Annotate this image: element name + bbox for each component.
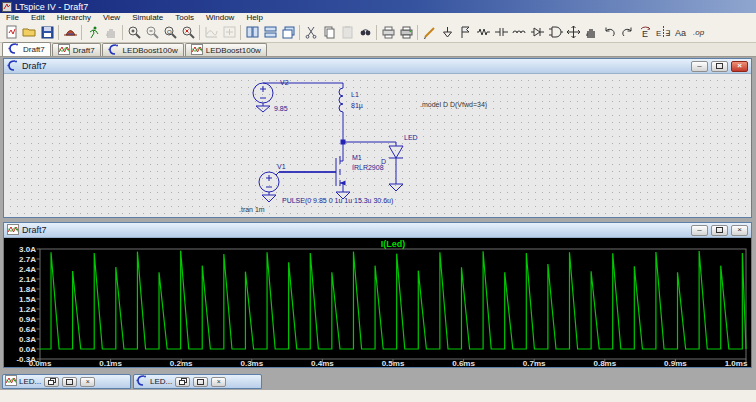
menu-window[interactable]: Window	[200, 13, 240, 22]
x-axis-tick: 0.8ms	[592, 359, 618, 367]
maximize-button[interactable]	[62, 377, 77, 387]
drag-icon[interactable]	[582, 24, 600, 41]
tran-directive-text[interactable]: .tran 1m	[239, 206, 265, 213]
maximize-button[interactable]	[193, 377, 208, 387]
restore-button[interactable]	[44, 377, 59, 387]
tab-ledboost100w-schematic[interactable]: LEDBoost100w	[102, 43, 184, 56]
undo-icon[interactable]	[600, 24, 618, 41]
menu-tools[interactable]: Tools	[169, 13, 200, 22]
v1-value-label[interactable]: PULSE(0 9.85 0 1u 1u 15.3u 30.6u)	[282, 197, 393, 205]
zoom-in-icon[interactable]	[125, 24, 143, 41]
waveform-window-titlebar[interactable]: Draft7 – ×	[4, 223, 751, 238]
m1-name-label[interactable]: M1	[352, 154, 362, 161]
m1-model-label[interactable]: IRLR2908	[352, 164, 384, 171]
menu-file[interactable]: File	[0, 13, 25, 22]
plot-pane[interactable]: I(Led) 3.0A2.7A2.4A2.1A1.8A1.5A1.2A0.9A0…	[4, 238, 751, 367]
v2-value-label[interactable]: 9.85	[274, 105, 288, 112]
l1-name-label[interactable]: L1	[351, 91, 359, 98]
open-icon[interactable]	[20, 24, 38, 41]
minimize-button[interactable]: –	[691, 225, 708, 236]
led-current-trace[interactable]	[40, 251, 746, 349]
print-setup-icon[interactable]	[379, 24, 397, 41]
maximize-button[interactable]	[711, 225, 728, 236]
move-icon[interactable]	[564, 24, 582, 41]
minimized-window-1[interactable]: LED...×	[133, 374, 262, 389]
tile-horizontal-icon[interactable]	[261, 24, 279, 41]
zoom-extents-icon[interactable]	[179, 24, 197, 41]
schematic-window: Draft7 – ×	[3, 58, 752, 218]
y-axis-tick: 1.2A	[5, 305, 36, 314]
window-title: LTspice IV - Draft7	[15, 2, 88, 12]
titlebar: LTspice IV - Draft7	[0, 0, 756, 13]
restore-button[interactable]	[175, 377, 190, 387]
y-axis-tick: 1.5A	[5, 295, 36, 304]
wire-icon[interactable]	[420, 24, 438, 41]
waveform-icon	[191, 44, 203, 57]
model-directive-text[interactable]: .model D D(Vfwd=34)	[420, 101, 487, 109]
autorange-icon[interactable]	[202, 24, 220, 41]
ground-icon[interactable]	[438, 24, 456, 41]
menu-edit[interactable]: Edit	[25, 13, 51, 22]
run-icon[interactable]	[84, 24, 102, 41]
led-model-label[interactable]: LED	[404, 134, 418, 141]
close-button[interactable]: ×	[731, 225, 748, 236]
rotate-icon[interactable]: E	[636, 24, 654, 41]
tab-label: Draft7	[73, 46, 95, 55]
v1-name-label[interactable]: V1	[277, 163, 286, 170]
new-schematic-icon[interactable]	[2, 24, 20, 41]
minimize-button[interactable]: –	[691, 61, 708, 72]
y-axis-tick: 0.6A	[5, 325, 36, 334]
pan-icon[interactable]	[220, 24, 238, 41]
menu-view[interactable]: View	[97, 13, 126, 22]
print-icon[interactable]	[397, 24, 415, 41]
led-diode-symbol[interactable]	[389, 146, 403, 184]
zoom-back-icon[interactable]	[143, 24, 161, 41]
tab-draft7-waveform[interactable]: Draft7	[52, 43, 101, 56]
resistor-icon[interactable]	[474, 24, 492, 41]
menu-help[interactable]: Help	[240, 13, 268, 22]
x-axis-tick: 0.5ms	[380, 359, 406, 367]
minimized-window-0[interactable]: LED...×	[2, 374, 131, 389]
l1-inductor-symbol[interactable]	[339, 88, 343, 112]
schematic-canvas[interactable]: V2 9.85 L1 81µ M1 IRLR2908 LED D V1 PULS…	[4, 74, 751, 217]
tab-draft7-schematic[interactable]: Draft7	[2, 42, 51, 56]
inductor-icon[interactable]	[510, 24, 528, 41]
save-icon[interactable]	[38, 24, 56, 41]
cut-icon[interactable]	[302, 24, 320, 41]
v2-name-label[interactable]: V2	[280, 79, 289, 86]
svg-text:E: E	[656, 29, 661, 38]
toolbar-separator	[376, 25, 377, 40]
l1-value-label[interactable]: 81µ	[351, 102, 363, 110]
menu-hierarchy[interactable]: Hierarchy	[51, 13, 97, 22]
find-icon[interactable]	[356, 24, 374, 41]
tile-vertical-icon[interactable]	[243, 24, 261, 41]
copy-icon[interactable]	[320, 24, 338, 41]
redo-icon[interactable]	[618, 24, 636, 41]
y-axis-tick: 1.8A	[5, 285, 36, 294]
maximize-button[interactable]	[711, 61, 728, 72]
tab-ledboost100w-waveform[interactable]: LEDBoost100w	[185, 43, 267, 56]
text-icon[interactable]: Aa	[672, 24, 690, 41]
close-button[interactable]: ×	[80, 377, 95, 387]
close-button[interactable]: ×	[731, 61, 748, 72]
paste-icon[interactable]	[338, 24, 356, 41]
close-button[interactable]: ×	[211, 377, 226, 387]
menu-simulate[interactable]: Simulate	[126, 13, 169, 22]
toolbar-separator	[58, 25, 59, 40]
zoom-fit-icon[interactable]: Q	[161, 24, 179, 41]
halt-icon[interactable]	[102, 24, 120, 41]
led-name-label[interactable]: D	[381, 158, 386, 165]
trace-label[interactable]: I(Led)	[40, 239, 746, 249]
svg-text:∃: ∃	[665, 29, 670, 38]
control-panel-icon[interactable]	[61, 24, 79, 41]
mirror-icon[interactable]: E∃	[654, 24, 672, 41]
schematic-window-titlebar[interactable]: Draft7 – ×	[4, 59, 751, 74]
component-icon[interactable]	[546, 24, 564, 41]
cascade-icon[interactable]	[279, 24, 297, 41]
spice-directive-icon[interactable]: .op	[690, 24, 708, 41]
x-axis-tick: 0.2ms	[168, 359, 194, 367]
label-net-icon[interactable]	[456, 24, 474, 41]
diode-icon[interactable]	[528, 24, 546, 41]
capacitor-icon[interactable]	[492, 24, 510, 41]
waveform-icon	[5, 375, 17, 388]
